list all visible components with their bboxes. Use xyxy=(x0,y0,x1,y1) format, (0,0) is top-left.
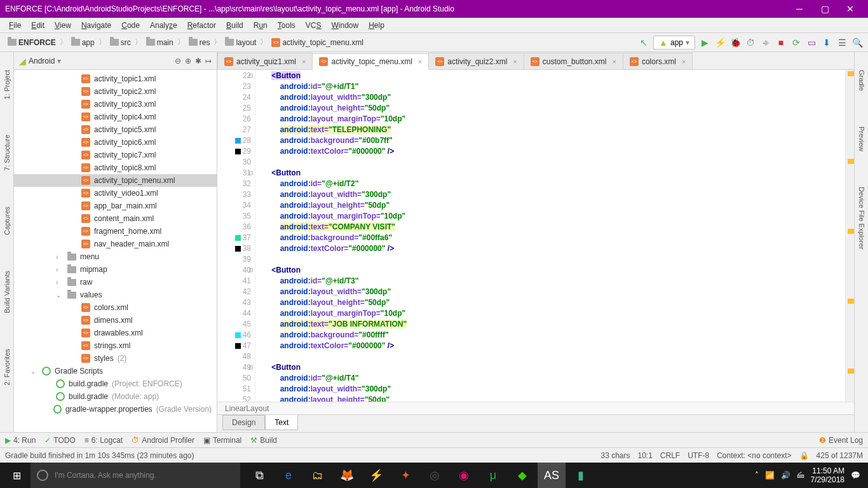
sync-button[interactable]: ⟳ xyxy=(790,37,802,48)
attach-debugger-button[interactable]: ⎆ xyxy=(760,37,771,48)
tool-window-button[interactable]: 1: Project xyxy=(2,65,12,104)
tray-notifications-icon[interactable]: 💬 xyxy=(851,471,860,480)
tool-eventlog[interactable]: ❷Event Log xyxy=(819,436,863,445)
project-target-icon[interactable]: ⊕ xyxy=(185,57,191,65)
tree-item[interactable]: activity_topic1.xml xyxy=(14,72,217,85)
editor-tab[interactable]: activity_quiz2.xml× xyxy=(428,53,524,69)
maximize-button[interactable]: ▢ xyxy=(812,0,837,18)
menu-analyze[interactable]: Analyze xyxy=(146,20,181,31)
tree-item[interactable]: ⌄Gradle Scripts xyxy=(14,365,217,377)
tool-build[interactable]: ⚒Build xyxy=(250,436,277,445)
structure-button[interactable]: ☰ xyxy=(836,37,848,48)
warning-marker[interactable] xyxy=(848,229,854,234)
tool-logcat[interactable]: ≡6: Logcat xyxy=(85,436,123,445)
android-studio-icon[interactable]: AS xyxy=(538,463,566,488)
tray-volume-icon[interactable]: 🔊 xyxy=(781,471,790,480)
tree-item[interactable]: ⌄values xyxy=(14,288,217,301)
breadcrumb-item[interactable]: src xyxy=(107,37,133,48)
profile-button[interactable]: ⏱ xyxy=(745,37,756,48)
tool-window-button[interactable]: 7: Structure xyxy=(2,130,12,176)
tree-item[interactable]: build.gradle (Project: ENFORCE) xyxy=(14,377,217,390)
tool-window-button[interactable]: Preview xyxy=(857,121,867,156)
menu-window[interactable]: Window xyxy=(327,20,362,31)
debug-button[interactable]: 🐞 xyxy=(729,37,741,48)
tree-arrow-icon[interactable]: › xyxy=(56,279,64,286)
stop-button[interactable]: ■ xyxy=(775,37,787,48)
menu-help[interactable]: Help xyxy=(365,20,388,31)
app-icon[interactable]: ✦ xyxy=(391,463,419,488)
tree-item[interactable]: activity_topic5.xml xyxy=(14,123,217,136)
project-settings-icon[interactable]: ✱ xyxy=(195,57,201,65)
tool-window-button[interactable]: 2: Favorites xyxy=(2,344,12,390)
breadcrumb-item[interactable]: ENFORCE xyxy=(5,37,58,48)
menu-run[interactable]: Run xyxy=(250,20,271,31)
breadcrumb-item[interactable]: app xyxy=(69,37,97,48)
editor-tab[interactable]: activity_topic_menu.xml× xyxy=(312,53,429,70)
tray-network-icon[interactable]: 📶 xyxy=(765,471,775,480)
menu-code[interactable]: Code xyxy=(118,20,144,31)
editor-breadcrumb[interactable]: LinearLayout xyxy=(217,402,854,414)
utorrent-icon[interactable]: μ xyxy=(479,463,507,488)
tree-item[interactable]: fragment_home.xml xyxy=(14,225,217,238)
tab-design[interactable]: Design xyxy=(222,415,265,430)
tree-item[interactable]: colors.xml xyxy=(14,301,217,314)
status-encoding[interactable]: UTF-8 xyxy=(688,451,709,460)
menu-tools[interactable]: Tools xyxy=(274,20,299,31)
tray-clock[interactable]: 11:50 AM 7/29/2018 xyxy=(811,466,844,484)
editor-marker-strip[interactable] xyxy=(845,70,854,402)
edge-icon[interactable]: e xyxy=(275,463,302,488)
menu-navigate[interactable]: Navigate xyxy=(78,20,115,31)
tree-item[interactable]: activity_topic4.xml xyxy=(14,111,217,123)
tool-run[interactable]: ▶4: Run xyxy=(5,436,36,445)
tool-window-button[interactable]: Gradle xyxy=(857,65,867,96)
editor-tab[interactable]: custom_button.xml× xyxy=(524,53,623,69)
start-button[interactable]: ⊞ xyxy=(3,463,31,488)
close-button[interactable]: ✕ xyxy=(837,0,863,18)
winamp-icon[interactable]: ⚡ xyxy=(362,463,390,488)
menu-view[interactable]: View xyxy=(51,20,75,31)
back-icon[interactable]: ↖ xyxy=(638,37,649,48)
tree-item[interactable]: nav_header_main.xml xyxy=(14,238,217,250)
tree-item[interactable]: activity_topic_menu.xml xyxy=(14,174,217,187)
run-config-selector[interactable]: ▲ app ▾ xyxy=(653,36,695,50)
tree-item[interactable]: content_main.xml xyxy=(14,212,217,225)
tray-chevron-icon[interactable]: ˄ xyxy=(755,471,759,480)
tree-item[interactable]: ›raw xyxy=(14,276,217,288)
tree-item[interactable]: drawables.xml xyxy=(14,327,217,339)
tool-window-button[interactable]: Device File Explorer xyxy=(857,182,867,254)
tool-window-button[interactable]: Build Variants xyxy=(2,266,12,318)
line-icon[interactable]: ◆ xyxy=(508,463,536,488)
tree-item[interactable]: activity_topic3.xml xyxy=(14,98,217,111)
minimize-button[interactable]: ─ xyxy=(787,0,812,18)
tree-item[interactable]: activity_topic7.xml xyxy=(14,149,217,161)
tree-item[interactable]: gradle-wrapper.properties (Gradle Versio… xyxy=(14,403,217,416)
tree-item[interactable]: activity_topic2.xml xyxy=(14,85,217,98)
project-tree[interactable]: activity_topic1.xmlactivity_topic2.xmlac… xyxy=(14,70,217,432)
tree-item[interactable]: activity_video1.xml xyxy=(14,187,217,200)
tool-profiler[interactable]: ⏱Android Profiler xyxy=(132,436,194,445)
menu-edit[interactable]: Edit xyxy=(27,20,48,31)
tab-close-icon[interactable]: × xyxy=(302,58,306,65)
tree-arrow-icon[interactable]: › xyxy=(56,254,64,261)
code-area[interactable]: <Button android:id="@+id/T1" android:lay… xyxy=(255,70,845,402)
tab-close-icon[interactable]: × xyxy=(418,58,422,65)
status-memory[interactable]: 425 of 1237M xyxy=(817,451,863,460)
firefox-icon[interactable]: 🦊 xyxy=(333,463,361,488)
tool-terminal[interactable]: ▣Terminal xyxy=(203,436,241,445)
apply-changes-button[interactable]: ⚡ xyxy=(714,37,726,48)
sdk-button[interactable]: ⬇ xyxy=(821,37,832,48)
tab-close-icon[interactable]: × xyxy=(682,58,686,65)
cortana-search[interactable]: I'm Cortana. Ask me anything. xyxy=(31,463,240,488)
tree-item[interactable]: build.gradle (Module: app) xyxy=(14,390,217,403)
warning-marker[interactable] xyxy=(848,299,854,304)
editor-content[interactable]: 22⊟232425262728293031⊟323334353637383940… xyxy=(217,70,854,402)
warning-marker[interactable] xyxy=(848,369,854,374)
tree-item[interactable]: activity_topic6.xml xyxy=(14,136,217,149)
status-cursor-pos[interactable]: 10:1 xyxy=(637,451,652,460)
editor-tab[interactable]: activity_quiz1.xml× xyxy=(217,53,313,69)
breadcrumb-item[interactable]: res xyxy=(186,37,213,48)
status-context[interactable]: Context: <no context> xyxy=(717,451,791,460)
warning-marker[interactable] xyxy=(848,71,854,76)
status-lock-icon[interactable]: 🔒 xyxy=(799,451,809,460)
task-view-button[interactable]: ⧉ xyxy=(245,463,273,488)
